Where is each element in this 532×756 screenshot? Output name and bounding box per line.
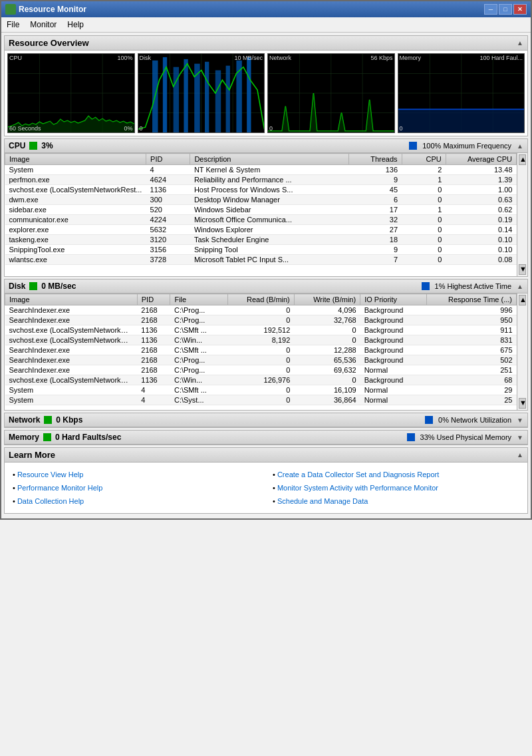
- disk-table-scroll: Image PID File Read (B/min) Write (B/min…: [5, 293, 517, 410]
- network-section-header[interactable]: Network 0 Kbps 0% Network Utilization ▼: [5, 413, 527, 427]
- cpu-col-image[interactable]: Image: [5, 154, 146, 165]
- learn-link-5: Monitor System Activity with Performance…: [273, 481, 519, 494]
- cpu-cell-image: wlantsc.exe: [5, 255, 146, 265]
- scrollbar-up-btn[interactable]: ▲: [519, 154, 526, 165]
- learn-link-4-anchor[interactable]: Create a Data Collector Set and Diagnosi…: [277, 471, 439, 478]
- cpu-scrollbar[interactable]: ▲ ▼: [517, 153, 527, 276]
- scrollbar-down-btn[interactable]: ▼: [519, 264, 526, 275]
- disk-table-row[interactable]: SearchIndexer.exe 2168 C:\SMft ... 0 12,…: [5, 345, 517, 355]
- learn-link-2-anchor[interactable]: Performance Monitor Help: [17, 484, 102, 492]
- cpu-col-cpu[interactable]: CPU: [402, 154, 446, 165]
- close-button[interactable]: ✕: [513, 4, 527, 15]
- disk-cell-file: C:\SMft ...: [170, 345, 228, 355]
- disk-collapse-icon[interactable]: ▲: [517, 283, 523, 290]
- cpu-table-row[interactable]: System 4 NT Kernel & System 136 2 13.48: [5, 165, 517, 175]
- window-title: Resource Monitor: [19, 5, 86, 14]
- learn-link-3-anchor[interactable]: Data Collection Help: [17, 497, 84, 505]
- cpu-cell-avg: 0.10: [446, 245, 516, 255]
- cpu-table-row[interactable]: SnippingTool.exe 3156 Snipping Tool 9 0 …: [5, 245, 517, 255]
- disk-table-row[interactable]: SearchIndexer.exe 2168 C:\Prog... 0 32,7…: [5, 315, 517, 325]
- memory-section-header[interactable]: Memory 0 Hard Faults/sec 33% Used Physic…: [5, 431, 527, 445]
- cpu-col-threads[interactable]: Threads: [349, 154, 402, 165]
- cpu-header-left: CPU 3%: [9, 141, 53, 150]
- memory-collapse-icon[interactable]: ▼: [517, 434, 523, 441]
- cpu-col-avgcpu[interactable]: Average CPU: [446, 154, 516, 165]
- maximize-button[interactable]: □: [499, 4, 512, 15]
- network-graph-max: 56 Kbps: [370, 55, 392, 61]
- cpu-table-body: System 4 NT Kernel & System 136 2 13.48 …: [5, 165, 517, 265]
- disk-scrollbar-up-btn[interactable]: ▲: [519, 295, 526, 305]
- cpu-collapse-icon[interactable]: ▲: [517, 142, 523, 150]
- learn-more-left-list: Resource View Help Performance Monitor H…: [13, 468, 259, 508]
- cpu-col-pid[interactable]: PID: [146, 154, 190, 165]
- learn-more-collapse-icon[interactable]: ▲: [517, 451, 523, 459]
- disk-cell-read: 0: [228, 355, 294, 365]
- disk-col-image[interactable]: Image: [5, 294, 138, 305]
- disk-cell-file: C:\Prog...: [170, 365, 228, 375]
- cpu-cell-pid: 520: [146, 205, 190, 215]
- disk-cell-read: 0: [228, 345, 294, 355]
- memory-graph-label: Memory: [400, 55, 422, 61]
- disk-col-iopri[interactable]: IO Priority: [360, 294, 426, 305]
- disk-section-header[interactable]: Disk 0 MB/sec 1% Highest Active Time ▲: [5, 280, 527, 293]
- learn-link-1-anchor[interactable]: Resource View Help: [17, 471, 83, 478]
- disk-col-read[interactable]: Read (B/min): [228, 294, 294, 305]
- disk-cell-iopri: Background: [360, 315, 426, 325]
- cpu-cell-threads: 9: [349, 245, 402, 255]
- disk-col-pid[interactable]: PID: [137, 294, 170, 305]
- disk-cell-file: C:\Prog...: [170, 305, 228, 315]
- learn-more-title-group: Learn More: [9, 450, 55, 460]
- memory-section-title: Memory: [9, 433, 39, 442]
- resource-overview-collapse-icon[interactable]: ▲: [517, 39, 523, 47]
- cpu-table-row[interactable]: perfmon.exe 4624 Reliability and Perform…: [5, 175, 517, 185]
- menu-help[interactable]: Help: [62, 19, 89, 31]
- disk-table-row[interactable]: svchost.exe (LocalSystemNetworkRest... 1…: [5, 375, 517, 385]
- minimize-button[interactable]: ─: [484, 4, 497, 15]
- network-collapse-icon[interactable]: ▼: [517, 417, 523, 424]
- disk-table-scrollable[interactable]: Image PID File Read (B/min) Write (B/min…: [5, 293, 517, 405]
- disk-cell-iopri: Background: [360, 375, 426, 385]
- cpu-table-row[interactable]: dwm.exe 300 Desktop Window Manager 6 0 0…: [5, 195, 517, 205]
- cpu-table-scrollable[interactable]: Image PID Description Threads CPU Averag…: [5, 153, 517, 265]
- menu-monitor[interactable]: Monitor: [25, 19, 62, 31]
- cpu-table-row[interactable]: taskeng.exe 3120 Task Scheduler Engine 1…: [5, 235, 517, 245]
- network-section: Network 0 Kbps 0% Network Utilization ▼: [4, 413, 528, 428]
- disk-scrollbar-down-btn[interactable]: ▼: [519, 398, 526, 409]
- cpu-cell-image: SnippingTool.exe: [5, 245, 146, 255]
- learn-link-6-anchor[interactable]: Schedule and Manage Data: [277, 497, 368, 505]
- disk-table-row[interactable]: SearchIndexer.exe 2168 C:\Prog... 0 65,5…: [5, 355, 517, 365]
- menu-file[interactable]: File: [1, 19, 25, 31]
- disk-table-row[interactable]: System 4 C:\Syst... 0 36,864 Normal 25: [5, 395, 517, 405]
- disk-table-row[interactable]: System 4 C:\SMft ... 0 16,109 Normal 29: [5, 385, 517, 395]
- disk-col-file[interactable]: File: [170, 294, 228, 305]
- cpu-col-desc[interactable]: Description: [190, 154, 349, 165]
- disk-table-row[interactable]: SearchIndexer.exe 2168 C:\Prog... 0 69,6…: [5, 365, 517, 375]
- cpu-cell-image: explorer.exe: [5, 225, 146, 235]
- svg-rect-19: [205, 62, 209, 132]
- disk-table-row[interactable]: svchost.exe (LocalSystemNetworkRest... 1…: [5, 325, 517, 335]
- disk-scrollbar-track[interactable]: [517, 307, 527, 397]
- cpu-table-row[interactable]: svchost.exe (LocalSystemNetworkRest... 1…: [5, 185, 517, 195]
- cpu-section-header[interactable]: CPU 3% 100% Maximum Frequency ▲: [5, 139, 527, 153]
- disk-graph-max: 10 MB/sec: [234, 55, 263, 61]
- disk-cell-read: 0: [228, 365, 294, 375]
- disk-col-write[interactable]: Write (B/min): [294, 294, 360, 305]
- disk-col-resp[interactable]: Response Time (...): [426, 294, 516, 305]
- cpu-table-row[interactable]: sidebar.exe 520 Windows Sidebar 17 1 0.6…: [5, 205, 517, 215]
- scrollbar-track[interactable]: [517, 166, 527, 263]
- cpu-table-row[interactable]: explorer.exe 5632 Windows Explorer 27 0 …: [5, 225, 517, 235]
- learn-more-header[interactable]: Learn More ▲: [5, 448, 527, 463]
- cpu-cell-avg: 0.63: [446, 195, 516, 205]
- learn-link-5-anchor[interactable]: Monitor System Activity with Performance…: [277, 484, 438, 492]
- cpu-table-row[interactable]: communicator.exe 4224 Microsoft Office C…: [5, 215, 517, 225]
- disk-cell-write: 69,632: [294, 365, 360, 375]
- disk-status-value: 0 MB/sec: [41, 282, 76, 291]
- disk-table-row[interactable]: svchost.exe (LocalSystemNetworkRest... 1…: [5, 335, 517, 345]
- disk-graph-svg: [138, 54, 265, 132]
- cpu-table-row[interactable]: wlantsc.exe 3728 Microsoft Tablet PC Inp…: [5, 255, 517, 265]
- disk-table-row[interactable]: SearchIndexer.exe 2168 C:\Prog... 0 4,09…: [5, 305, 517, 315]
- disk-scrollbar[interactable]: ▲ ▼: [517, 293, 527, 410]
- network-util-label: 0% Network Utilization: [438, 416, 511, 424]
- cpu-graph-label: CPU: [9, 55, 22, 61]
- resource-overview-header[interactable]: Resource Overview ▲: [5, 36, 527, 51]
